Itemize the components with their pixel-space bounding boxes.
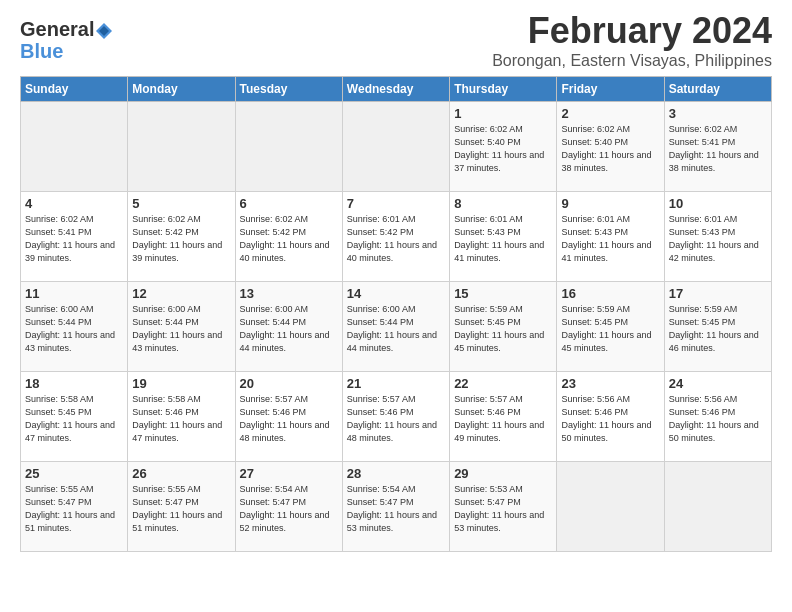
day-info: Sunrise: 5:56 AM Sunset: 5:46 PM Dayligh…: [561, 393, 659, 445]
table-row: 14Sunrise: 6:00 AM Sunset: 5:44 PM Dayli…: [342, 282, 449, 372]
week-row-2: 4Sunrise: 6:02 AM Sunset: 5:41 PM Daylig…: [21, 192, 772, 282]
day-number: 21: [347, 376, 445, 391]
day-info: Sunrise: 5:58 AM Sunset: 5:45 PM Dayligh…: [25, 393, 123, 445]
day-number: 29: [454, 466, 552, 481]
day-info: Sunrise: 6:02 AM Sunset: 5:41 PM Dayligh…: [25, 213, 123, 265]
day-number: 23: [561, 376, 659, 391]
day-info: Sunrise: 5:59 AM Sunset: 5:45 PM Dayligh…: [669, 303, 767, 355]
day-number: 4: [25, 196, 123, 211]
day-number: 11: [25, 286, 123, 301]
logo-icon: [95, 22, 113, 40]
day-number: 14: [347, 286, 445, 301]
day-number: 12: [132, 286, 230, 301]
day-number: 13: [240, 286, 338, 301]
day-info: Sunrise: 6:02 AM Sunset: 5:41 PM Dayligh…: [669, 123, 767, 175]
table-row: 13Sunrise: 6:00 AM Sunset: 5:44 PM Dayli…: [235, 282, 342, 372]
day-info: Sunrise: 5:55 AM Sunset: 5:47 PM Dayligh…: [132, 483, 230, 535]
day-info: Sunrise: 6:00 AM Sunset: 5:44 PM Dayligh…: [347, 303, 445, 355]
day-number: 1: [454, 106, 552, 121]
table-row: 16Sunrise: 5:59 AM Sunset: 5:45 PM Dayli…: [557, 282, 664, 372]
table-row: 17Sunrise: 5:59 AM Sunset: 5:45 PM Dayli…: [664, 282, 771, 372]
day-info: Sunrise: 6:02 AM Sunset: 5:42 PM Dayligh…: [132, 213, 230, 265]
day-number: 20: [240, 376, 338, 391]
header: General Blue February 2024 Borongan, Eas…: [20, 10, 772, 70]
header-monday: Monday: [128, 77, 235, 102]
day-info: Sunrise: 5:57 AM Sunset: 5:46 PM Dayligh…: [347, 393, 445, 445]
table-row: 26Sunrise: 5:55 AM Sunset: 5:47 PM Dayli…: [128, 462, 235, 552]
day-info: Sunrise: 6:02 AM Sunset: 5:40 PM Dayligh…: [561, 123, 659, 175]
week-row-3: 11Sunrise: 6:00 AM Sunset: 5:44 PM Dayli…: [21, 282, 772, 372]
table-row: 4Sunrise: 6:02 AM Sunset: 5:41 PM Daylig…: [21, 192, 128, 282]
table-row: [21, 102, 128, 192]
week-row-4: 18Sunrise: 5:58 AM Sunset: 5:45 PM Dayli…: [21, 372, 772, 462]
table-row: [342, 102, 449, 192]
table-row: 1Sunrise: 6:02 AM Sunset: 5:40 PM Daylig…: [450, 102, 557, 192]
day-info: Sunrise: 5:57 AM Sunset: 5:46 PM Dayligh…: [454, 393, 552, 445]
day-info: Sunrise: 6:00 AM Sunset: 5:44 PM Dayligh…: [132, 303, 230, 355]
table-row: 6Sunrise: 6:02 AM Sunset: 5:42 PM Daylig…: [235, 192, 342, 282]
day-number: 8: [454, 196, 552, 211]
header-sunday: Sunday: [21, 77, 128, 102]
table-row: 28Sunrise: 5:54 AM Sunset: 5:47 PM Dayli…: [342, 462, 449, 552]
day-number: 24: [669, 376, 767, 391]
table-row: [128, 102, 235, 192]
day-info: Sunrise: 6:01 AM Sunset: 5:42 PM Dayligh…: [347, 213, 445, 265]
day-info: Sunrise: 6:01 AM Sunset: 5:43 PM Dayligh…: [561, 213, 659, 265]
day-number: 16: [561, 286, 659, 301]
table-row: 25Sunrise: 5:55 AM Sunset: 5:47 PM Dayli…: [21, 462, 128, 552]
logo: General Blue: [20, 18, 113, 62]
title-area: February 2024 Borongan, Eastern Visayas,…: [492, 10, 772, 70]
table-row: 5Sunrise: 6:02 AM Sunset: 5:42 PM Daylig…: [128, 192, 235, 282]
day-number: 25: [25, 466, 123, 481]
table-row: 10Sunrise: 6:01 AM Sunset: 5:43 PM Dayli…: [664, 192, 771, 282]
day-info: Sunrise: 6:02 AM Sunset: 5:42 PM Dayligh…: [240, 213, 338, 265]
table-row: 8Sunrise: 6:01 AM Sunset: 5:43 PM Daylig…: [450, 192, 557, 282]
day-info: Sunrise: 6:00 AM Sunset: 5:44 PM Dayligh…: [240, 303, 338, 355]
table-row: 18Sunrise: 5:58 AM Sunset: 5:45 PM Dayli…: [21, 372, 128, 462]
table-row: 11Sunrise: 6:00 AM Sunset: 5:44 PM Dayli…: [21, 282, 128, 372]
day-info: Sunrise: 6:01 AM Sunset: 5:43 PM Dayligh…: [454, 213, 552, 265]
week-row-5: 25Sunrise: 5:55 AM Sunset: 5:47 PM Dayli…: [21, 462, 772, 552]
week-row-1: 1Sunrise: 6:02 AM Sunset: 5:40 PM Daylig…: [21, 102, 772, 192]
calendar-header-row: SundayMondayTuesdayWednesdayThursdayFrid…: [21, 77, 772, 102]
location-subtitle: Borongan, Eastern Visayas, Philippines: [492, 52, 772, 70]
table-row: 19Sunrise: 5:58 AM Sunset: 5:46 PM Dayli…: [128, 372, 235, 462]
day-number: 7: [347, 196, 445, 211]
day-info: Sunrise: 5:54 AM Sunset: 5:47 PM Dayligh…: [347, 483, 445, 535]
month-year-title: February 2024: [492, 10, 772, 52]
table-row: [235, 102, 342, 192]
table-row: 9Sunrise: 6:01 AM Sunset: 5:43 PM Daylig…: [557, 192, 664, 282]
header-saturday: Saturday: [664, 77, 771, 102]
day-info: Sunrise: 5:59 AM Sunset: 5:45 PM Dayligh…: [561, 303, 659, 355]
table-row: [557, 462, 664, 552]
day-number: 15: [454, 286, 552, 301]
day-number: 18: [25, 376, 123, 391]
table-row: [664, 462, 771, 552]
day-info: Sunrise: 5:58 AM Sunset: 5:46 PM Dayligh…: [132, 393, 230, 445]
table-row: 23Sunrise: 5:56 AM Sunset: 5:46 PM Dayli…: [557, 372, 664, 462]
header-friday: Friday: [557, 77, 664, 102]
table-row: 12Sunrise: 6:00 AM Sunset: 5:44 PM Dayli…: [128, 282, 235, 372]
table-row: 22Sunrise: 5:57 AM Sunset: 5:46 PM Dayli…: [450, 372, 557, 462]
day-number: 27: [240, 466, 338, 481]
table-row: 15Sunrise: 5:59 AM Sunset: 5:45 PM Dayli…: [450, 282, 557, 372]
day-info: Sunrise: 5:56 AM Sunset: 5:46 PM Dayligh…: [669, 393, 767, 445]
table-row: 2Sunrise: 6:02 AM Sunset: 5:40 PM Daylig…: [557, 102, 664, 192]
day-number: 19: [132, 376, 230, 391]
table-row: 29Sunrise: 5:53 AM Sunset: 5:47 PM Dayli…: [450, 462, 557, 552]
day-number: 10: [669, 196, 767, 211]
calendar-table: SundayMondayTuesdayWednesdayThursdayFrid…: [20, 76, 772, 552]
day-number: 28: [347, 466, 445, 481]
table-row: 21Sunrise: 5:57 AM Sunset: 5:46 PM Dayli…: [342, 372, 449, 462]
day-info: Sunrise: 5:59 AM Sunset: 5:45 PM Dayligh…: [454, 303, 552, 355]
day-number: 3: [669, 106, 767, 121]
table-row: 3Sunrise: 6:02 AM Sunset: 5:41 PM Daylig…: [664, 102, 771, 192]
table-row: 7Sunrise: 6:01 AM Sunset: 5:42 PM Daylig…: [342, 192, 449, 282]
table-row: 24Sunrise: 5:56 AM Sunset: 5:46 PM Dayli…: [664, 372, 771, 462]
day-info: Sunrise: 5:54 AM Sunset: 5:47 PM Dayligh…: [240, 483, 338, 535]
table-row: 27Sunrise: 5:54 AM Sunset: 5:47 PM Dayli…: [235, 462, 342, 552]
day-number: 6: [240, 196, 338, 211]
header-tuesday: Tuesday: [235, 77, 342, 102]
day-info: Sunrise: 5:55 AM Sunset: 5:47 PM Dayligh…: [25, 483, 123, 535]
day-number: 22: [454, 376, 552, 391]
